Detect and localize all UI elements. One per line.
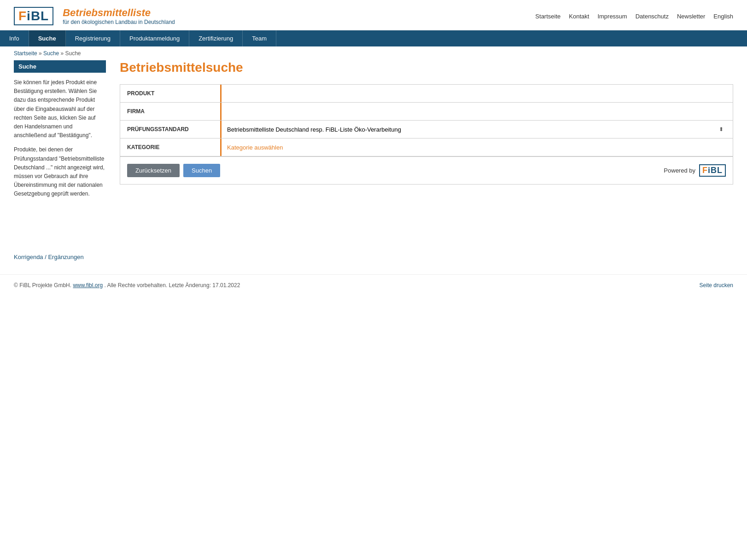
kategorie-label: KATEGORIE [120, 139, 222, 156]
nav-item-registrierung[interactable]: Registrierung [66, 30, 120, 46]
kategorie-field: Kategorie auswählen [222, 139, 733, 156]
pruefungsstandard-select-wrapper: Betriebsmittelliste Deutschland resp. Fi… [227, 126, 727, 133]
nav-item-team[interactable]: Team [243, 30, 276, 46]
sidebar-paragraph-2: Produkte, bei denen der Prüfungsstandard… [14, 145, 106, 198]
logo-area: FiBL Betriebsmittelliste für den ökologi… [14, 7, 175, 25]
top-nav-kontakt[interactable]: Kontakt [569, 13, 589, 20]
site-title: Betriebsmittelliste für den ökologischen… [63, 7, 175, 25]
firma-input[interactable] [227, 108, 727, 115]
top-nav: Startseite Kontakt Impressum Datenschutz… [535, 13, 733, 20]
nav-item-info[interactable]: Info [0, 30, 29, 46]
produkt-label: PRODUKT [120, 85, 222, 102]
kategorie-select-link[interactable]: Kategorie auswählen [227, 144, 283, 151]
top-nav-english[interactable]: English [713, 13, 733, 20]
breadcrumb: Startseite » Suche » Suche [0, 46, 747, 60]
breadcrumb-current: Suche [65, 50, 81, 57]
footer-right: Seite drucken [700, 282, 733, 289]
sidebar-paragraph-1: Sie können für jedes Produkt eine Bestät… [14, 78, 106, 140]
main-content: Betriebsmittelsuche PRODUKT FIRMA PRÜFUN… [120, 60, 733, 231]
pruefungsstandard-select[interactable]: Betriebsmittelliste Deutschland resp. Fi… [227, 126, 727, 133]
header: FiBL Betriebsmittelliste für den ökologi… [0, 0, 747, 30]
top-nav-startseite[interactable]: Startseite [535, 13, 560, 20]
print-link[interactable]: Seite drucken [700, 282, 733, 289]
top-nav-impressum[interactable]: Impressum [597, 13, 627, 20]
footer-copyright: © FiBL Projekte GmbH. [14, 282, 71, 289]
nav-item-zertifizierung[interactable]: Zertifizierung [189, 30, 243, 46]
pruefungsstandard-row: PRÜFUNGSSTANDARD Betriebsmittelliste Deu… [120, 121, 733, 139]
produkt-row: PRODUKT [120, 85, 733, 103]
produkt-field [222, 85, 733, 102]
nav-item-produktanmeldung[interactable]: Produktanmeldung [120, 30, 189, 46]
top-nav-newsletter[interactable]: Newsletter [677, 13, 705, 20]
search-form: PRODUKT FIRMA PRÜFUNGSSTANDARD Betr [120, 84, 733, 185]
powered-by-label: Powered by [664, 167, 695, 174]
footer-fibl-link[interactable]: www.fibl.org [73, 282, 103, 289]
pruefungsstandard-label: PRÜFUNGSSTANDARD [120, 121, 222, 138]
powered-by-logo: FiBL [699, 164, 726, 177]
footer-rest: . Alle Rechte vorbehalten. Letzte Änderu… [104, 282, 240, 289]
kategorie-row: KATEGORIE Kategorie auswählen [120, 139, 733, 156]
firma-field [222, 103, 733, 120]
footer: © FiBL Projekte GmbH. www.fibl.org . All… [0, 274, 747, 295]
fibl-logo: FiBL [14, 7, 53, 25]
buttons-left: Zurücksetzen Suchen [127, 164, 220, 177]
site-title-main: Betriebsmittelliste [63, 7, 175, 19]
top-nav-datenschutz[interactable]: Datenschutz [636, 13, 669, 20]
footer-links-area: Korrigenda / Ergänzungen [0, 244, 747, 265]
produkt-input[interactable] [227, 90, 727, 97]
firma-row: FIRMA [120, 103, 733, 121]
content-area: Suche Sie können für jedes Produkt eine … [0, 60, 747, 244]
reset-button[interactable]: Zurücksetzen [127, 164, 180, 177]
firma-label: FIRMA [120, 103, 222, 120]
sidebar-title: Suche [14, 60, 106, 73]
breadcrumb-suche-link[interactable]: Suche [43, 50, 59, 57]
korrigenda-link[interactable]: Korrigenda / Ergänzungen [14, 254, 84, 260]
nav-item-suche[interactable]: Suche [29, 30, 66, 46]
footer-left: © FiBL Projekte GmbH. www.fibl.org . All… [14, 282, 240, 289]
sidebar: Suche Sie können für jedes Produkt eine … [14, 60, 106, 231]
pruefungsstandard-field: Betriebsmittelliste Deutschland resp. Fi… [222, 121, 733, 138]
buttons-row: Zurücksetzen Suchen Powered by FiBL [120, 156, 733, 184]
sidebar-text: Sie können für jedes Produkt eine Bestät… [14, 78, 106, 198]
page-title: Betriebsmittelsuche [120, 60, 733, 75]
search-button[interactable]: Suchen [183, 164, 220, 177]
main-nav: Info Suche Registrierung Produktanmeldun… [0, 30, 747, 46]
site-title-sub: für den ökologischen Landbau in Deutschl… [63, 19, 175, 25]
powered-by: Powered by FiBL [664, 164, 726, 177]
breadcrumb-startseite[interactable]: Startseite [14, 50, 37, 57]
